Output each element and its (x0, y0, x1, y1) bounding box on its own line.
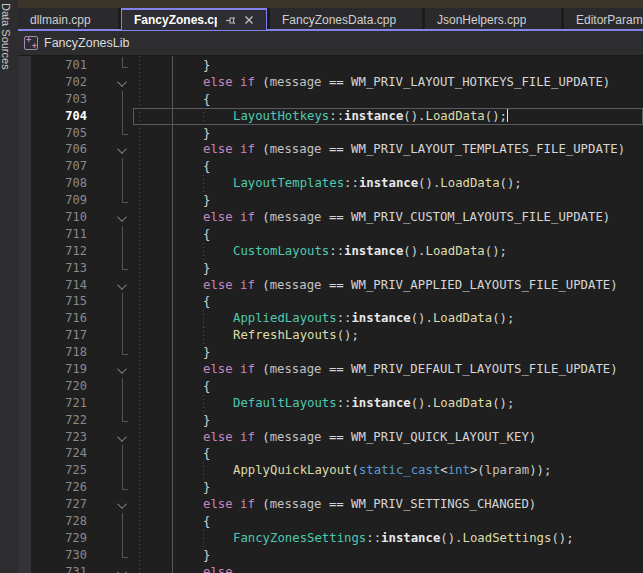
tab-fancyzones-cpp[interactable]: FancyZones.cpp (121, 8, 267, 31)
code-text: else if (message == WM_PRIV_SETTINGS_CHA… (130, 496, 536, 513)
code-line[interactable]: 713} (18, 260, 643, 277)
code-line[interactable]: 719else if (message == WM_PRIV_DEFAULT_L… (18, 361, 643, 378)
code-text: else if (message == WM_PRIV_CUSTOM_LAYOU… (130, 209, 610, 226)
code-line[interactable]: 724{ (18, 445, 643, 462)
tab-fancyzonesdata-cpp[interactable]: FancyZonesData.cpp (270, 8, 422, 31)
tab-label: EditorParamete (576, 13, 643, 27)
fold-chevron-icon[interactable] (115, 209, 131, 226)
code-line[interactable]: 702else if (message == WM_PRIV_LAYOUT_HO… (18, 74, 643, 91)
line-number: 725 (32, 462, 87, 479)
code-text: { (130, 445, 210, 462)
code-text: LayoutHotkeys::instance().LoadData(); (130, 108, 508, 125)
code-line[interactable]: 721DefaultLayouts::instance().LoadData()… (18, 395, 643, 412)
code-line[interactable]: 727else if (message == WM_PRIV_SETTINGS_… (18, 496, 643, 513)
code-area[interactable]: 701}702else if (message == WM_PRIV_LAYOU… (18, 57, 643, 573)
fold-rail (115, 158, 131, 175)
data-sources-tool-tab[interactable]: Data Sources (0, 0, 14, 70)
fold-chevron-icon[interactable] (115, 496, 131, 513)
code-line[interactable]: 715{ (18, 293, 643, 310)
code-line[interactable]: 710else if (message == WM_PRIV_CUSTOM_LA… (18, 209, 643, 226)
line-number: 704 (32, 108, 87, 125)
line-number: 710 (32, 209, 87, 226)
code-line[interactable]: 731else (18, 564, 643, 573)
pin-icon[interactable] (225, 15, 236, 26)
code-line[interactable]: 706else if (message == WM_PRIV_LAYOUT_TE… (18, 141, 643, 158)
fold-rail (115, 344, 131, 361)
line-number: 702 (32, 74, 87, 91)
code-line[interactable]: 705} (18, 125, 643, 142)
fold-rail (115, 310, 131, 327)
code-line[interactable]: 716AppliedLayouts::instance().LoadData()… (18, 310, 643, 327)
tab-dllmain-cpp[interactable]: dllmain.cpp (18, 8, 118, 31)
fold-rail (115, 108, 131, 125)
code-text: } (130, 192, 210, 209)
tab-editorparamete[interactable]: EditorParamete (564, 8, 643, 31)
line-number: 728 (32, 513, 87, 530)
fold-chevron-icon[interactable] (115, 361, 131, 378)
project-scope-label[interactable]: FancyZonesLib (44, 36, 129, 50)
top-strip (18, 0, 643, 8)
line-number: 714 (32, 277, 87, 294)
line-number: 711 (32, 226, 87, 243)
code-line[interactable]: 704LayoutHotkeys::instance().LoadData(); (18, 108, 643, 125)
line-number: 730 (32, 547, 87, 564)
line-number: 716 (32, 310, 87, 327)
fold-rail (115, 479, 131, 496)
close-icon[interactable] (244, 15, 254, 25)
code-text: } (130, 344, 210, 361)
code-line[interactable]: 730} (18, 547, 643, 564)
fold-chevron-icon[interactable] (115, 141, 131, 158)
fold-rail (115, 91, 131, 108)
fold-rail (115, 243, 131, 260)
code-line[interactable]: 722} (18, 412, 643, 429)
code-text: AppliedLayouts::instance().LoadData(); (130, 310, 514, 327)
code-line[interactable]: 729FancyZonesSettings::instance().LoadSe… (18, 530, 643, 547)
code-line[interactable]: 725ApplyQuickLayout(static_cast<int>(lpa… (18, 462, 643, 479)
code-line[interactable]: 712CustomLayouts::instance().LoadData(); (18, 243, 643, 260)
line-number: 723 (32, 429, 87, 446)
editor-window: Data Sources dllmain.cppFancyZones.cppFa… (0, 0, 643, 573)
fold-rail (115, 293, 131, 310)
code-text: } (130, 547, 210, 564)
code-line[interactable]: 714else if (message == WM_PRIV_APPLIED_L… (18, 277, 643, 294)
code-line[interactable]: 717RefreshLayouts(); (18, 327, 643, 344)
tab-label: FancyZonesData.cpp (282, 13, 396, 27)
tab-label: JsonHelpers.cpp (437, 13, 526, 27)
code-line[interactable]: 709} (18, 192, 643, 209)
code-text: { (130, 293, 210, 310)
code-line[interactable]: 728{ (18, 513, 643, 530)
breadcrumb[interactable]: ++ FancyZonesLib (18, 31, 643, 56)
code-text: else if (message == WM_PRIV_QUICK_LAYOUT… (130, 429, 536, 446)
line-number: 721 (32, 395, 87, 412)
code-editor[interactable]: 701}702else if (message == WM_PRIV_LAYOU… (18, 56, 643, 573)
fold-rail (115, 327, 131, 344)
tab-jsonhelpers-cpp[interactable]: JsonHelpers.cpp (425, 8, 561, 31)
code-line[interactable]: 703{ (18, 91, 643, 108)
line-number: 731 (32, 564, 87, 573)
fold-rail (115, 395, 131, 412)
line-number: 707 (32, 158, 87, 175)
fold-chevron-icon[interactable] (115, 74, 131, 91)
code-text: } (130, 125, 210, 142)
fold-chevron-icon[interactable] (115, 429, 131, 446)
code-line[interactable]: 708LayoutTemplates::instance().LoadData(… (18, 175, 643, 192)
code-line[interactable]: 701} (18, 57, 643, 74)
fold-rail (115, 175, 131, 192)
fold-chevron-icon[interactable] (115, 564, 131, 573)
line-number: 719 (32, 361, 87, 378)
code-text: FancyZonesSettings::instance().LoadSetti… (130, 530, 574, 547)
line-number: 708 (32, 175, 87, 192)
line-number: 709 (32, 192, 87, 209)
code-text: else if (message == WM_PRIV_LAYOUT_HOTKE… (130, 74, 610, 91)
fold-chevron-icon[interactable] (115, 277, 131, 294)
code-line[interactable]: 707{ (18, 158, 643, 175)
code-text: CustomLayouts::instance().LoadData(); (130, 243, 507, 260)
line-number: 729 (32, 530, 87, 547)
code-line[interactable]: 726} (18, 479, 643, 496)
code-line[interactable]: 723else if (message == WM_PRIV_QUICK_LAY… (18, 429, 643, 446)
code-line[interactable]: 720{ (18, 378, 643, 395)
fold-rail (115, 530, 131, 547)
line-number: 720 (32, 378, 87, 395)
code-line[interactable]: 711{ (18, 226, 643, 243)
code-line[interactable]: 718} (18, 344, 643, 361)
